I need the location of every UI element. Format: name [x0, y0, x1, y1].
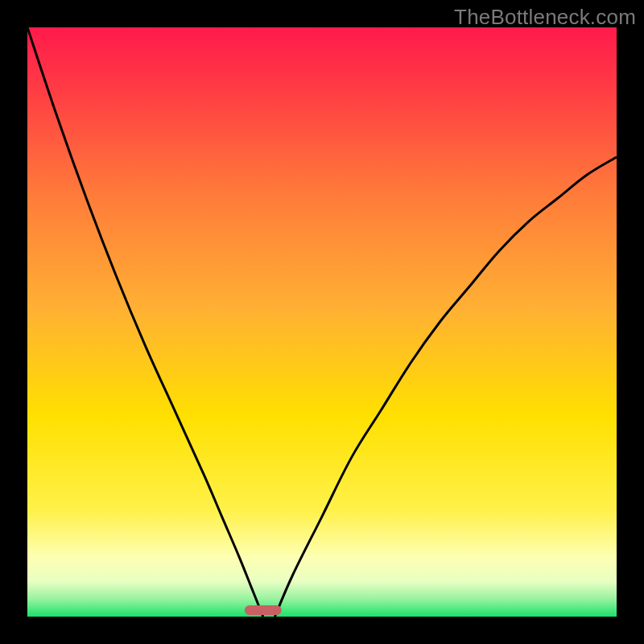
plot-area: [27, 27, 617, 617]
minimum-marker: [245, 605, 282, 615]
gradient-background: [27, 27, 617, 617]
chart-frame: TheBottleneck.com: [0, 0, 644, 644]
watermark-text: TheBottleneck.com: [454, 5, 636, 30]
chart-svg: [27, 27, 617, 617]
